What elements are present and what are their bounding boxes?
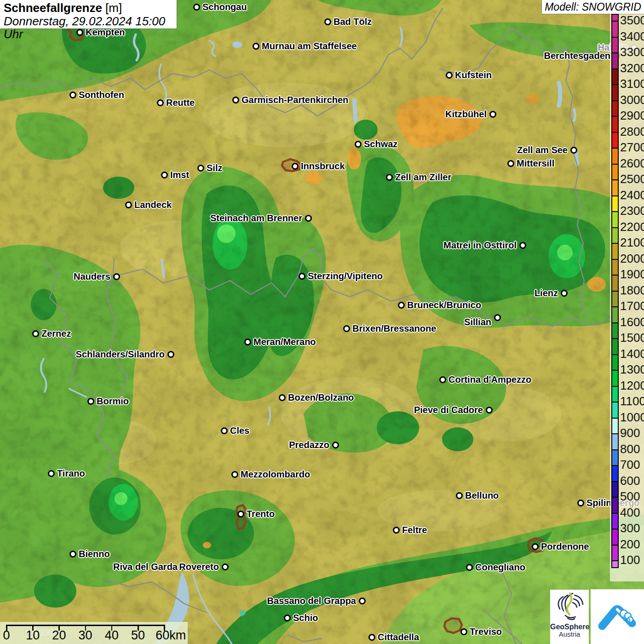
legend-tick: [612, 529, 618, 529]
legend-band: [612, 513, 618, 529]
city-label: Imst: [170, 169, 189, 181]
legend-tick: [612, 21, 618, 22]
legend-value: 1100: [620, 395, 644, 407]
city-dot: [125, 201, 132, 208]
city-dot: [113, 273, 120, 280]
city-label: Nauders: [74, 270, 110, 282]
city-dot: [460, 628, 467, 635]
city-label: Cittadella: [378, 631, 419, 643]
city-label: Kufstein: [455, 69, 492, 81]
map-scale-bar: 0102030405060km: [0, 622, 188, 644]
city-dot: [359, 598, 366, 604]
city-dot: [292, 163, 299, 170]
city-label: Bad Tölz: [334, 16, 372, 28]
city-label: Conegliano: [475, 561, 525, 573]
city-dot: [466, 564, 473, 571]
legend-value: 400: [620, 506, 644, 518]
city-dot: [299, 273, 305, 280]
scale-label: 30: [79, 628, 92, 643]
legend-band: [612, 482, 618, 498]
legend-tick: [612, 433, 618, 434]
boundary-treviso: [444, 618, 462, 633]
page-title: Schneefallgrenze [m]: [4, 1, 173, 15]
city-dot: [519, 242, 526, 249]
city-dot: [161, 172, 168, 178]
legend-value: 2500: [620, 173, 644, 185]
city-label: Landeck: [134, 199, 172, 211]
geosphere-logo-box: GeoSphere Austria: [550, 590, 589, 644]
legend-tick: [612, 386, 618, 387]
city-dot: [87, 398, 94, 405]
city-dot: [237, 511, 244, 518]
city-label: Zernez: [41, 328, 71, 339]
city-label: Meran/Merano: [253, 336, 316, 348]
city-dot: [398, 302, 405, 309]
city-label: Bormio: [97, 395, 129, 407]
legend-value: 2900: [620, 109, 644, 121]
legend-value: 2100: [620, 236, 644, 248]
city-dot: [193, 4, 200, 11]
legend-tick: [612, 465, 618, 466]
city-dot: [197, 165, 204, 172]
city-dot: [532, 543, 539, 550]
legend-band: [612, 148, 618, 164]
legend-tick: [612, 545, 618, 546]
legend-band: [612, 180, 618, 196]
city-dot: [231, 471, 238, 478]
city-dot: [489, 111, 496, 118]
city-dot: [324, 18, 331, 25]
legend-value: 500: [620, 490, 644, 502]
scale-label: 0: [3, 628, 10, 643]
city-label: Reutte: [166, 97, 195, 109]
legend-band: [612, 323, 618, 339]
city-dot: [486, 407, 493, 414]
city-label: Garmisch-Partenkirchen: [242, 94, 348, 106]
legend-band: [612, 418, 618, 434]
city-label: Schio: [293, 612, 318, 624]
legend-tick: [612, 243, 618, 244]
legend-band: [612, 291, 618, 307]
city-label: Kitzbühel: [445, 108, 487, 120]
city-label: Silz: [207, 162, 222, 174]
legend-tick: [612, 291, 618, 292]
legend-value: 1000: [620, 411, 644, 423]
city-label: Belluno: [465, 489, 499, 501]
legend-band: [612, 466, 618, 482]
legend-tick: [612, 100, 618, 101]
city-dot: [494, 314, 501, 321]
city-label: Mittersill: [517, 157, 554, 169]
city-label: Pieve di Cadore: [414, 404, 483, 416]
city-label: Pordenone: [541, 540, 589, 552]
city-label: Rovereto: [179, 561, 219, 573]
city-dot: [167, 351, 174, 358]
legend-tick: [612, 513, 618, 514]
legend-tick: [612, 481, 618, 482]
legend-tick: [612, 148, 618, 149]
legend-value: 2800: [620, 126, 644, 138]
legend-value: 3000: [620, 94, 644, 106]
legend-value: 600: [620, 475, 644, 487]
legend-band: [612, 85, 618, 101]
city-label: Treviso: [470, 626, 502, 638]
legend-band: [612, 69, 618, 85]
legend-value: 2200: [620, 221, 644, 233]
legend-band: [612, 21, 618, 37]
legend-value: 100: [620, 554, 644, 566]
legend-value: 2600: [620, 157, 644, 169]
city-dot: [570, 147, 577, 154]
legend-value: 300: [620, 522, 644, 534]
city-label: Berchtesgaden: [544, 50, 611, 62]
legend-value: 1300: [620, 363, 644, 375]
mountain-cloud-icon: [591, 589, 644, 644]
city-dot: [221, 427, 228, 434]
scale-label: 50: [131, 628, 145, 643]
legend-tick: [612, 132, 618, 133]
legend-band: [612, 212, 618, 228]
legend-value: 3500: [620, 14, 644, 26]
geosphere-country: Austria: [550, 631, 589, 638]
legend-tick: [612, 306, 618, 307]
city-label: Mezzolombardo: [241, 468, 310, 480]
city-label: Sillian: [464, 316, 491, 328]
legend-band: [612, 402, 618, 418]
legend-value: 3100: [620, 78, 644, 90]
